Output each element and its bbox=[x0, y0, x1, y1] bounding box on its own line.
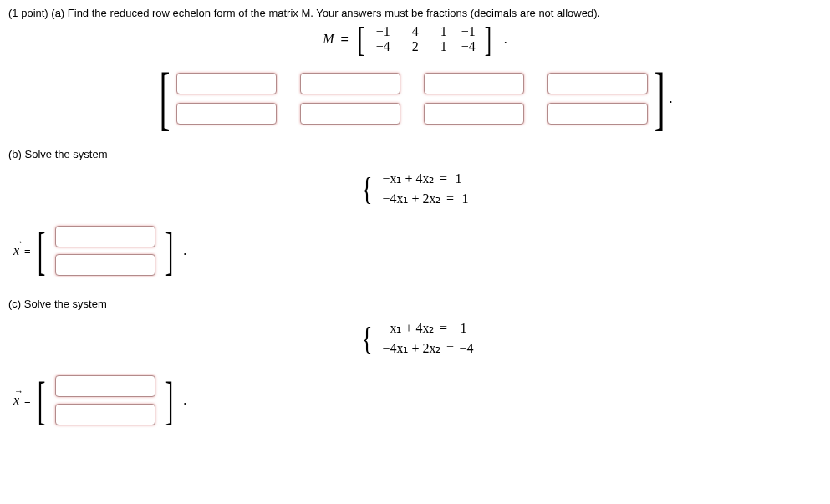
equals-sign: = bbox=[24, 245, 31, 257]
system-b: { −x₁ + 4x₂ = 1 −4x₁ + 2x₂ = 1 bbox=[8, 169, 822, 209]
rref-cell-r1c3[interactable] bbox=[424, 73, 524, 94]
m-cell: −1 bbox=[459, 24, 476, 39]
eq-rhs: 1 bbox=[459, 189, 471, 209]
equals-sign: = bbox=[437, 318, 449, 339]
left-brace-icon: { bbox=[361, 320, 372, 357]
m-cell: −4 bbox=[374, 39, 390, 54]
period: . bbox=[183, 243, 186, 258]
eq-lhs: −4x₁ + 2x₂ bbox=[382, 341, 440, 355]
matrix-definition: M = [ −1 4 1 −1 −4 2 1 −4 ] . bbox=[8, 24, 822, 54]
eq-lhs: −4x₁ + 2x₂ bbox=[382, 191, 440, 206]
xc-input-2[interactable] bbox=[55, 404, 155, 425]
part-c-label: (c) Solve the system bbox=[8, 298, 822, 310]
m-cell: 2 bbox=[402, 39, 419, 54]
eq-rhs: −4 bbox=[459, 339, 471, 359]
equals-sign: = bbox=[340, 32, 348, 47]
right-bracket-icon: ] bbox=[654, 74, 665, 124]
xc-input-1[interactable] bbox=[55, 375, 155, 397]
equals-sign: = bbox=[444, 189, 456, 209]
x-vector-b: → x = [ ] . bbox=[13, 224, 822, 277]
rref-cell-r2c4[interactable] bbox=[547, 103, 648, 125]
equals-sign: = bbox=[444, 339, 456, 359]
xb-input-1[interactable] bbox=[55, 226, 155, 247]
rref-cell-r2c2[interactable] bbox=[300, 103, 400, 125]
xb-input-2[interactable] bbox=[55, 254, 155, 276]
eq-rhs: 1 bbox=[452, 169, 464, 189]
period: . bbox=[183, 393, 186, 408]
period: . bbox=[504, 32, 507, 47]
eq-lhs: −x₁ + 4x₂ bbox=[382, 171, 434, 186]
equals-sign: = bbox=[437, 169, 449, 189]
part-a-prompt: (1 point) (a) Find the reduced row echel… bbox=[8, 7, 822, 19]
m-cell: −1 bbox=[374, 24, 390, 39]
system-c: { −x₁ + 4x₂ = −1 −4x₁ + 2x₂ = −4 bbox=[8, 318, 822, 359]
m-cell: 1 bbox=[430, 39, 447, 54]
period: . bbox=[669, 91, 672, 106]
rref-cell-r1c1[interactable] bbox=[176, 73, 277, 94]
left-bracket-icon: [ bbox=[358, 24, 364, 54]
m-cell: 1 bbox=[430, 24, 447, 39]
left-bracket-icon: [ bbox=[38, 380, 46, 420]
matrix-variable: M bbox=[323, 32, 334, 47]
rref-answer-matrix: [ ] . bbox=[156, 69, 675, 128]
right-bracket-icon: ] bbox=[165, 231, 174, 271]
rref-cell-r1c2[interactable] bbox=[300, 73, 400, 94]
eq-lhs: −x₁ + 4x₂ bbox=[382, 321, 434, 335]
equals-sign: = bbox=[24, 395, 31, 407]
x-vector-c: → x = [ ] . bbox=[13, 374, 822, 427]
right-bracket-icon: ] bbox=[165, 380, 174, 420]
vector-arrow-icon: → bbox=[14, 237, 23, 247]
m-cell: 4 bbox=[402, 24, 419, 39]
vector-arrow-icon: → bbox=[14, 386, 23, 396]
rref-cell-r2c1[interactable] bbox=[176, 103, 277, 125]
matrix-body: −1 4 1 −1 −4 2 1 −4 bbox=[374, 24, 476, 54]
x-vector-label: → x bbox=[13, 243, 19, 258]
x-vector-label: → x bbox=[13, 393, 19, 408]
left-brace-icon: { bbox=[361, 171, 372, 207]
m-cell: −4 bbox=[459, 39, 476, 54]
rref-cell-r2c3[interactable] bbox=[424, 103, 524, 125]
rref-cell-r1c4[interactable] bbox=[547, 73, 648, 94]
part-b-label: (b) Solve the system bbox=[8, 148, 822, 160]
right-bracket-icon: ] bbox=[485, 24, 491, 54]
left-bracket-icon: [ bbox=[38, 231, 46, 271]
left-bracket-icon: [ bbox=[159, 74, 170, 124]
eq-rhs: −1 bbox=[452, 318, 464, 339]
